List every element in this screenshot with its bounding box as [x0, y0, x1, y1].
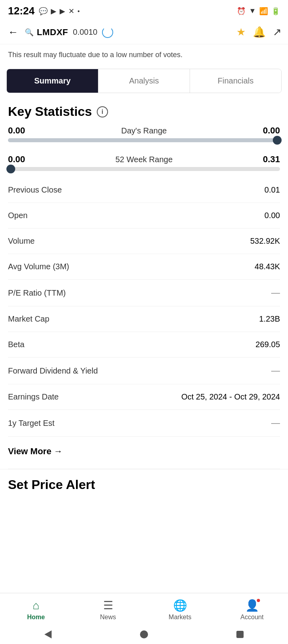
- week-range-section: 0.00 52 Week Range 0.31: [0, 154, 288, 177]
- week-range-dot: [6, 165, 15, 173]
- week-range-low: 0.00: [8, 154, 40, 165]
- stats-value: —: [271, 288, 280, 298]
- set-price-alert-title: Set Price Alert: [8, 477, 95, 492]
- stats-row: Avg Volume (3M)48.43K: [8, 254, 280, 280]
- tabs-container: Summary Analysis Financials: [6, 69, 282, 93]
- nav-news[interactable]: ☰ News: [92, 599, 124, 621]
- battery-icon: 🔋: [271, 7, 280, 16]
- week-range-high: 0.31: [248, 154, 280, 165]
- tab-financials[interactable]: Financials: [190, 69, 281, 93]
- status-right: ⏰ ▼ 📶 🔋: [237, 7, 280, 16]
- stats-value: 1.23B: [259, 314, 280, 324]
- status-icons: 💬 ▶ ▶ ✕ ●: [39, 7, 80, 16]
- stats-label: Earnings Date: [8, 392, 59, 402]
- nav-markets[interactable]: 🌐 Markets: [164, 599, 196, 621]
- nav-account[interactable]: 👤 Account: [236, 599, 268, 621]
- stats-value: Oct 25, 2024 - Oct 29, 2024: [181, 392, 280, 402]
- stats-row: 1y Target Est—: [8, 410, 280, 437]
- account-label: Account: [240, 614, 264, 621]
- markets-label: Markets: [169, 614, 192, 621]
- stats-label: Forward Dividend & Yield: [8, 366, 98, 376]
- ticker-symbol: LMDXF: [37, 27, 68, 38]
- days-range-fill: [8, 138, 277, 142]
- stats-label: Market Cap: [8, 314, 49, 324]
- messenger-icon: 💬: [39, 7, 48, 16]
- stats-row: Earnings DateOct 25, 2024 - Oct 29, 2024: [8, 384, 280, 410]
- view-more-button[interactable]: View More →: [8, 446, 63, 456]
- news-icon: ☰: [103, 599, 113, 612]
- status-time: 12:24: [8, 5, 35, 17]
- alert-button[interactable]: 🔔: [253, 26, 266, 38]
- account-icon-wrapper: 👤: [245, 599, 259, 612]
- stats-row: Forward Dividend & Yield—: [8, 358, 280, 384]
- account-notification-dot: [256, 598, 261, 603]
- current-price: 0.0010: [73, 28, 97, 37]
- alarm-icon: ⏰: [237, 7, 246, 16]
- dot-icon: ●: [78, 9, 80, 13]
- week-range-bar: [8, 167, 280, 171]
- stats-label: Previous Close: [8, 185, 62, 195]
- refresh-icon[interactable]: [102, 27, 113, 38]
- key-statistics-title: Key Statistics: [8, 104, 92, 119]
- stats-row: P/E Ratio (TTM)—: [8, 280, 280, 306]
- stats-label: Beta: [8, 340, 24, 349]
- favorite-button[interactable]: ★: [236, 26, 246, 38]
- days-range-row: 0.00 Day's Range 0.00: [8, 125, 280, 136]
- twitter-icon: ✕: [68, 7, 74, 16]
- markets-icon: 🌐: [173, 599, 187, 612]
- view-more-section: View More →: [0, 437, 288, 469]
- stats-row: Market Cap1.23B: [8, 306, 280, 332]
- stats-label: Volume: [8, 237, 35, 246]
- news-label: News: [100, 614, 116, 621]
- stats-row: Beta269.05: [8, 332, 280, 358]
- search-icon: 🔍: [25, 28, 34, 37]
- week-range-label: 52 Week Range: [115, 155, 172, 164]
- recents-system-button[interactable]: [236, 631, 244, 638]
- stats-label: Open: [8, 211, 28, 220]
- stats-value: 269.05: [256, 340, 280, 349]
- stats-value: 0.01: [264, 185, 280, 195]
- stats-table: Previous Close0.01Open0.00Volume532.92KA…: [0, 177, 288, 437]
- back-system-button[interactable]: [44, 630, 52, 638]
- days-range-low: 0.00: [8, 125, 40, 136]
- tab-analysis[interactable]: Analysis: [98, 69, 190, 93]
- stats-label: 1y Target Est: [8, 419, 54, 428]
- set-price-alert-section: Set Price Alert: [0, 469, 288, 496]
- days-range-high: 0.00: [248, 125, 280, 136]
- stats-row: Previous Close0.01: [8, 177, 280, 203]
- stats-row: Open0.00: [8, 203, 280, 229]
- stats-value: —: [271, 418, 280, 428]
- share-button[interactable]: ↗: [273, 26, 282, 38]
- fluctuation-note: This result may fluctuate due to a low n…: [0, 44, 288, 66]
- days-range-bar: [8, 138, 280, 142]
- back-button[interactable]: ←: [6, 24, 20, 40]
- system-nav: [0, 625, 288, 644]
- week-range-row: 0.00 52 Week Range 0.31: [8, 154, 280, 165]
- stats-value: 0.00: [264, 211, 280, 220]
- key-statistics-header: Key Statistics i: [0, 93, 288, 125]
- stats-value: —: [271, 366, 280, 376]
- tab-summary[interactable]: Summary: [7, 69, 98, 93]
- home-label: Home: [27, 614, 45, 621]
- stats-value: 48.43K: [255, 262, 280, 271]
- days-range-section: 0.00 Day's Range 0.00: [0, 125, 288, 149]
- home-icon: ⌂: [33, 599, 40, 612]
- home-system-button[interactable]: [140, 630, 148, 638]
- stats-label: Avg Volume (3M): [8, 262, 69, 271]
- youtube-icon: ▶: [51, 7, 56, 16]
- stats-value: 532.92K: [250, 237, 280, 246]
- youtube2-icon: ▶: [60, 7, 65, 16]
- stats-row: Volume532.92K: [8, 229, 280, 254]
- bottom-nav: ⌂ Home ☰ News 🌐 Markets 👤 Account: [0, 593, 288, 625]
- status-bar: 12:24 💬 ▶ ▶ ✕ ● ⏰ ▼ 📶 🔋: [0, 0, 288, 20]
- days-range-label: Day's Range: [121, 126, 167, 135]
- top-nav: ← 🔍 LMDXF 0.0010 ★ 🔔 ↗: [0, 20, 288, 44]
- wifi-icon: ▼: [249, 7, 256, 15]
- nav-actions: ★ 🔔 ↗: [236, 26, 282, 38]
- info-icon[interactable]: i: [97, 106, 108, 117]
- nav-home[interactable]: ⌂ Home: [20, 599, 52, 621]
- search-area: 🔍 LMDXF 0.0010: [25, 27, 232, 38]
- days-range-dot: [273, 136, 282, 145]
- signal-icon: 📶: [259, 7, 268, 16]
- stats-label: P/E Ratio (TTM): [8, 288, 66, 298]
